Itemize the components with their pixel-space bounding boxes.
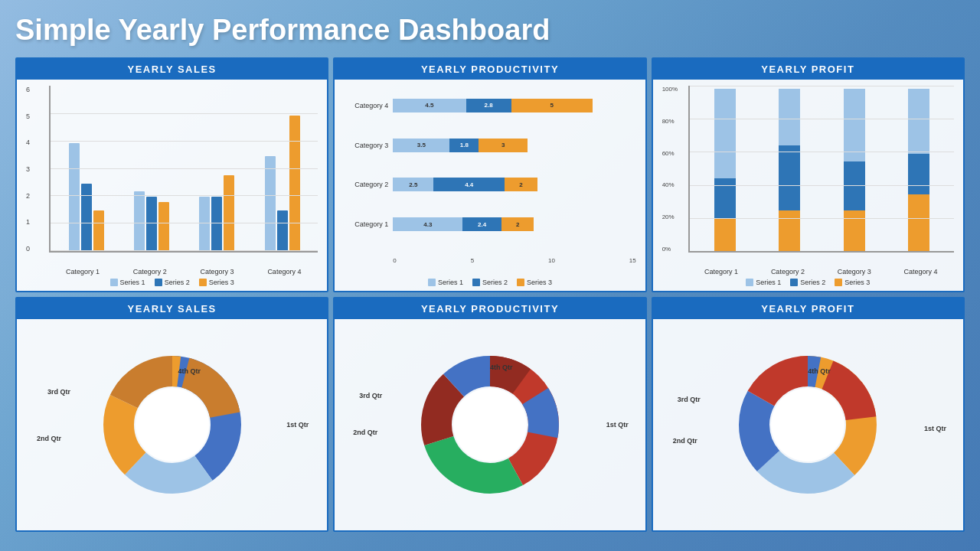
hbar-segments-cat1: 4.3 2.4 2	[393, 217, 635, 231]
hbar-legend-s2: Series 2	[472, 279, 508, 286]
stacked-cat-label-2: Category 2	[771, 268, 805, 276]
stacked-bar-cat2	[779, 89, 800, 251]
bar-cat1-s1	[69, 143, 80, 251]
y-label-6: 6	[26, 86, 30, 93]
stacked-bar-cat3	[844, 89, 865, 251]
stacked-group-cat3	[822, 89, 886, 251]
stacked-seg-cat1-s2	[714, 178, 736, 219]
stacked-seg-cat3-s3	[844, 210, 865, 251]
hbar-seg-cat2-s1: 2.5	[393, 178, 433, 191]
stacked-chart-legend: Series 1 Series 2 Series 3	[662, 279, 954, 286]
yearly-profit-bar-body: 0% 20% 40% 60% 80% 100%	[653, 80, 963, 291]
y-label-1: 1	[26, 218, 30, 226]
svg-point-9	[453, 388, 527, 461]
bar-group-cat1	[54, 89, 119, 251]
donut-label-3rd-qtr-prod: 3rd Qtr	[359, 392, 382, 399]
yearly-productivity-donut-header: YEARLY PRODUCTIVITY	[335, 298, 645, 319]
legend-label-s3: Series 3	[209, 279, 234, 286]
bar-cat3-s2	[211, 197, 222, 251]
stacked-legend-label-s3: Series 3	[844, 279, 870, 286]
cat-label-3: Category 3	[201, 268, 234, 276]
stacked-group-cat2	[757, 89, 822, 251]
stacked-legend-label-s2: Series 2	[800, 279, 825, 286]
hbar-chart-area: Category 4 4.5 2.8 5 Category 3 3.5 1.8	[344, 86, 635, 276]
hbar-seg-cat4-s1: 4.5	[393, 99, 466, 112]
hbar-label-cat3: Category 3	[344, 142, 388, 149]
stacked-seg-cat2-s3	[779, 210, 800, 251]
yearly-sales-donut-body: 1st Qtr 2nd Qtr 3rd Qtr 4th Qtr	[17, 319, 327, 530]
bar-cat4-s1	[265, 156, 276, 251]
bar-cat1-s2	[81, 184, 92, 251]
stacked-category-labels: Category 1 Category 2 Category 3 Categor…	[662, 268, 954, 276]
donut-label-1st-qtr-profit: 1st Qtr	[924, 425, 946, 432]
yearly-profit-bar-card: YEARLY PROFIT 0% 20% 40% 60% 80% 100%	[652, 57, 965, 292]
svg-point-14	[771, 388, 844, 461]
svg-point-4	[136, 388, 209, 461]
hbar-row-cat4: Category 4 4.5 2.8 5	[344, 99, 635, 112]
bar-cat1-s3	[93, 210, 104, 251]
yearly-sales-bar-body: 0 1 2 3 4 5 6	[17, 80, 327, 291]
hbar-row-cat2: Category 2 2.5 4.4 2	[344, 178, 635, 191]
bar-cat3-s1	[199, 197, 210, 251]
stacked-seg-cat1-s3	[714, 219, 736, 251]
hbar-seg-cat2-s3: 2	[505, 178, 537, 191]
yearly-productivity-hbar-card: YEARLY PRODUCTIVITY Category 4 4.5 2.8 5	[333, 57, 646, 292]
x-label-15: 15	[629, 257, 636, 264]
bar-cat2-s3	[158, 202, 169, 251]
hbar-seg-cat1-s3: 2	[501, 217, 534, 231]
stacked-legend-label-s1: Series 1	[756, 279, 781, 286]
stacked-y-60: 60%	[662, 150, 678, 157]
stacked-cat-label-1: Category 1	[704, 268, 738, 276]
hbar-seg-cat2-s2: 4.4	[433, 178, 505, 191]
donut-label-2nd-qtr-profit: 2nd Qtr	[673, 437, 697, 445]
stacked-seg-cat1-s1	[714, 89, 736, 178]
hbar-x-axis: 0 5 10 15	[393, 257, 635, 264]
stacked-seg-cat4-s1	[908, 89, 929, 154]
hbar-row-cat3: Category 3 3.5 1.8 3	[344, 139, 635, 152]
hbar-segments-cat3: 3.5 1.8 3	[393, 139, 635, 152]
stacked-group-cat4	[887, 89, 951, 251]
hbar-seg-cat3-s1: 3.5	[393, 139, 449, 152]
hbar-legend-s3: Series 3	[517, 279, 552, 286]
stacked-seg-cat4-s2	[908, 154, 929, 194]
hbar-label-cat2: Category 2	[344, 181, 388, 188]
stacked-seg-cat2-s2	[779, 145, 800, 210]
stacked-cat-label-3: Category 3	[838, 268, 871, 276]
stacked-seg-cat4-s3	[908, 194, 929, 251]
stacked-seg-cat3-s1	[844, 89, 865, 161]
donut-label-4th-qtr-prod: 4th Qtr	[490, 364, 513, 371]
hbar-legend-dot-s1	[428, 279, 436, 286]
stacked-cat-label-4: Category 4	[904, 268, 938, 276]
stacked-bar-cat4	[908, 89, 929, 251]
yearly-sales-donut-header: YEARLY SALES	[17, 298, 327, 319]
legend-dot-s2	[155, 279, 162, 286]
hbar-legend-s1: Series 1	[428, 279, 463, 286]
bar-chart-legend: Series 1 Series 2 Series 3	[26, 279, 318, 286]
donut-label-2nd-qtr-prod: 2nd Qtr	[353, 429, 377, 436]
yearly-sales-bar-header: YEARLY SALES	[17, 59, 327, 80]
legend-s1: Series 1	[110, 279, 145, 286]
stacked-y-20: 20%	[662, 214, 678, 220]
y-label-5: 5	[26, 112, 30, 120]
yearly-productivity-hbar-body: Category 4 4.5 2.8 5 Category 3 3.5 1.8	[335, 80, 645, 291]
bar-group-cat4	[250, 89, 315, 251]
yearly-profit-donut-body: 1st Qtr 2nd Qtr 3rd Qtr 4th Qtr	[653, 319, 963, 530]
x-label-10: 10	[548, 257, 555, 264]
cat-label-4: Category 4	[267, 268, 301, 276]
yearly-sales-donut-card: YEARLY SALES 1st Qtr 2nd Qt	[15, 297, 328, 532]
stacked-y-0: 0%	[662, 246, 678, 253]
stacked-legend-dot-s3	[835, 279, 842, 286]
legend-label-s1: Series 1	[120, 279, 145, 286]
hbar-seg-cat4-s2: 2.8	[466, 99, 511, 112]
yearly-productivity-hbar-header: YEARLY PRODUCTIVITY	[335, 59, 645, 80]
stacked-legend-s3: Series 3	[835, 279, 870, 286]
y-label-2: 2	[26, 192, 30, 200]
legend-s2: Series 2	[155, 279, 190, 286]
stacked-y-labels: 0% 20% 40% 60% 80% 100%	[662, 86, 678, 253]
cat-label-2: Category 2	[133, 268, 167, 276]
hbar-legend-label-s1: Series 1	[438, 279, 463, 286]
yearly-sales-bar-card: YEARLY SALES 0 1 2 3 4 5 6	[15, 57, 328, 292]
stacked-legend-dot-s1	[746, 279, 753, 286]
stacked-chart-area: 0% 20% 40% 60% 80% 100%	[662, 86, 954, 286]
dashboard-grid: YEARLY SALES 0 1 2 3 4 5 6	[15, 57, 965, 532]
